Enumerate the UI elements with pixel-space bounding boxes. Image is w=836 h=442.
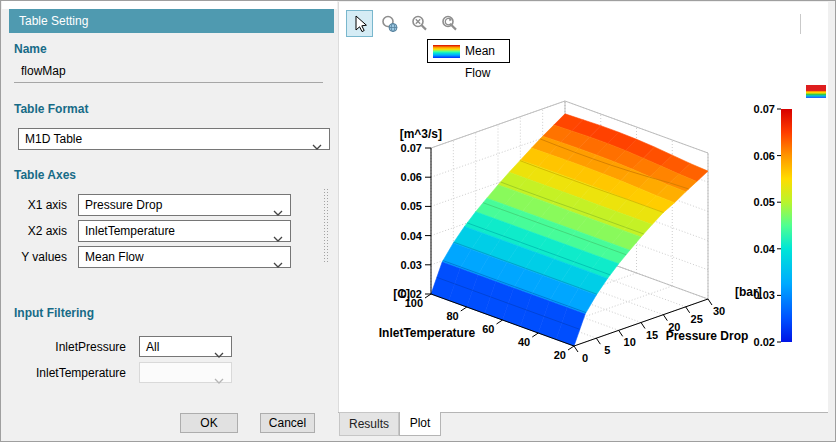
svg-text:0.03: 0.03: [754, 289, 775, 301]
svg-text:0.02: 0.02: [754, 336, 775, 348]
svg-text:40: 40: [518, 336, 530, 348]
inlet-pressure-label: InletPressure: [1, 340, 126, 354]
plot-panel: 0.020.030.040.050.060.071008060402005101…: [338, 2, 828, 412]
legend-label: Mean Flow: [465, 40, 509, 84]
colormap-icon[interactable]: [806, 85, 826, 98]
svg-text:InletTemperature: InletTemperature: [379, 326, 476, 340]
x1-axis-select[interactable]: Pressure Drop: [78, 194, 291, 216]
svg-text:0.04: 0.04: [401, 230, 423, 242]
table-format-select[interactable]: M1D Table: [18, 128, 330, 150]
chevron-down-icon: [214, 370, 224, 390]
chevron-down-icon: [273, 228, 283, 248]
panel-splitter[interactable]: [323, 188, 330, 264]
chevron-down-icon: [273, 254, 283, 274]
svg-text:0.04: 0.04: [754, 243, 776, 255]
y-values-label: Y values: [1, 250, 67, 264]
svg-text:0.07: 0.07: [754, 103, 775, 115]
svg-text:80: 80: [447, 310, 459, 322]
svg-text:0.05: 0.05: [754, 196, 775, 208]
y-values-value: Mean Flow: [85, 250, 144, 264]
tab-results[interactable]: Results: [339, 412, 399, 436]
inlet-pressure-value: All: [146, 340, 159, 354]
svg-text:15: 15: [646, 329, 658, 341]
svg-text:Pressure Drop: Pressure Drop: [666, 329, 749, 343]
panel-title: Table Setting: [19, 14, 88, 28]
inlet-temperature-label: InletTemperature: [1, 366, 126, 380]
cancel-button[interactable]: Cancel: [260, 413, 315, 433]
svg-text:30: 30: [713, 305, 725, 317]
svg-text:20: 20: [554, 349, 566, 361]
surface-plot[interactable]: 0.020.030.040.050.060.071008060402005101…: [339, 2, 829, 412]
tab-plot[interactable]: Plot: [399, 412, 441, 436]
name-section-label: Name: [14, 42, 47, 56]
svg-text:0.03: 0.03: [401, 259, 422, 271]
svg-text:25: 25: [691, 313, 703, 325]
x2-axis-value: InletTemperature: [85, 224, 175, 238]
svg-text:0.05: 0.05: [401, 200, 422, 212]
marker-tool[interactable]: [828, 12, 836, 34]
inlet-temperature-select: [139, 362, 232, 383]
colormap-swatch-icon: [433, 45, 460, 58]
table-setting-window: Table Setting Name flowMap Table Format …: [0, 0, 836, 442]
top-strip: [2, 1, 337, 9]
table-axes-label: Table Axes: [14, 168, 76, 182]
svg-text:0: 0: [582, 352, 588, 364]
chevron-down-icon: [273, 202, 283, 222]
svg-text:0.07: 0.07: [401, 142, 422, 154]
svg-text:0.06: 0.06: [754, 150, 775, 162]
mean-flow-legend[interactable]: Mean Flow: [427, 39, 510, 63]
x1-axis-value: Pressure Drop: [85, 198, 162, 212]
table-format-label: Table Format: [14, 102, 88, 116]
svg-text:10: 10: [624, 336, 636, 348]
x2-axis-label: X2 axis: [1, 224, 67, 238]
inlet-pressure-select[interactable]: All: [139, 336, 232, 357]
marker-icon: [828, 12, 836, 34]
ok-button[interactable]: OK: [180, 413, 238, 433]
svg-text:[C]: [C]: [393, 287, 410, 301]
svg-text:60: 60: [482, 323, 494, 335]
chevron-down-icon: [214, 344, 224, 364]
x1-axis-label: X1 axis: [1, 198, 67, 212]
input-filtering-label: Input Filtering: [14, 306, 94, 320]
x2-axis-select[interactable]: InletTemperature: [78, 220, 291, 242]
panel-header: Table Setting: [9, 9, 334, 33]
y-values-select[interactable]: Mean Flow: [78, 246, 291, 268]
svg-text:5: 5: [604, 344, 610, 356]
svg-text:0.06: 0.06: [401, 171, 422, 183]
name-input[interactable]: flowMap: [14, 60, 323, 83]
table-format-value: M1D Table: [25, 132, 82, 146]
svg-text:[m^3/s]: [m^3/s]: [400, 127, 442, 141]
chevron-down-icon: [312, 136, 322, 156]
